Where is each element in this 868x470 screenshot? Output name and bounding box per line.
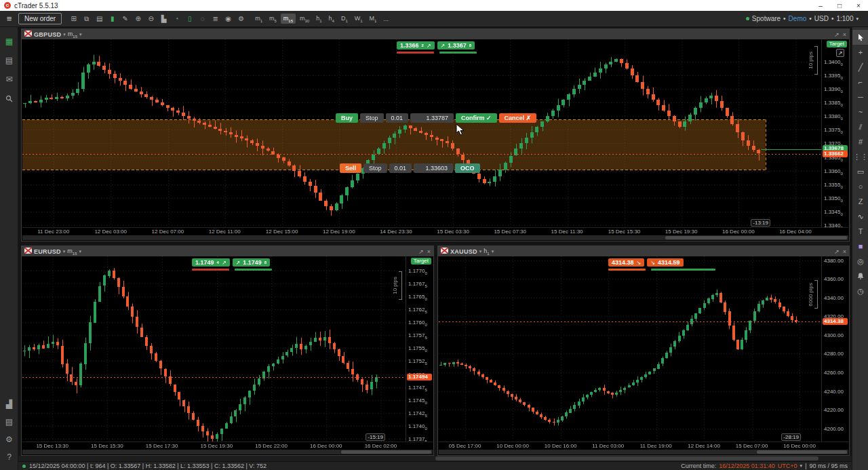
timeframe-button-m1[interactable]: m1	[252, 14, 265, 24]
depth-of-market-icon[interactable]: ▮	[106, 15, 118, 23]
buy-order-type-label[interactable]: Stop	[360, 113, 384, 123]
trade-panel-icon[interactable]: ▤	[0, 52, 18, 69]
cancel-button[interactable]: Cancel ✗	[499, 113, 537, 123]
rectangle-tool[interactable]: ▭	[852, 164, 868, 179]
candle-pattern-icon[interactable]: ▯	[184, 15, 195, 23]
scrollbar-thumb[interactable]	[435, 456, 818, 461]
chart-scrollbar[interactable]	[439, 450, 848, 454]
chart-timeframe-selector[interactable]: m15	[67, 248, 77, 256]
close-button[interactable]: ×	[849, 2, 868, 9]
candlestick-canvas[interactable]	[22, 256, 406, 442]
timeframe-button-h1[interactable]: h1	[313, 14, 324, 24]
chart-scrollbar[interactable]	[22, 450, 433, 454]
find-symbols-icon[interactable]	[0, 90, 18, 107]
time-axis[interactable]: 05 Dec 17:0010 Dec 00:0010 Dec 16:0011 D…	[439, 442, 848, 449]
close-panel-icon[interactable]: ×	[427, 248, 431, 255]
channel-tool[interactable]: ⫽	[852, 119, 868, 134]
settings-gear-icon[interactable]: ⚙	[0, 431, 18, 448]
ray-line-tool[interactable]: ⌐	[852, 75, 868, 90]
fibonacci-tool[interactable]: #	[852, 134, 868, 149]
workspace-horizontal-scrollbar[interactable]	[18, 456, 852, 461]
zoom-in-icon[interactable]: ⊕	[132, 15, 144, 23]
popout-panel-icon[interactable]: ↗	[834, 31, 840, 38]
price-chart[interactable]: 1.340001.339501.339001.338501.338001.337…	[22, 39, 848, 227]
sell-volume-input[interactable]: 0.01	[389, 163, 412, 173]
bid-price-chip[interactable]: 1.33662↗	[397, 41, 435, 50]
timeframe-button-M1[interactable]: M1	[367, 14, 380, 24]
zoom-out-icon[interactable]: ⊖	[145, 15, 157, 23]
freehand-draw-tool[interactable]: ~	[852, 104, 868, 119]
time-axis[interactable]: 15 Dec 13:3015 Dec 15:3015 Dec 17:3015 D…	[22, 442, 433, 449]
layers-icon[interactable]: ≣	[210, 15, 221, 23]
journal-icon[interactable]: ▤	[0, 413, 18, 431]
object-search-icon[interactable]: ◎	[852, 254, 868, 269]
time-axis[interactable]: 11 Dec 23:0012 Dec 03:0012 Dec 07:0012 D…	[22, 227, 848, 235]
grid-dots-tool[interactable]: ⋮⋮	[852, 149, 868, 164]
symbol-selector[interactable]: EURUSD	[34, 248, 61, 255]
sell-button[interactable]: Sell	[340, 163, 361, 173]
candlestick-canvas[interactable]	[439, 256, 821, 442]
price-chart[interactable]: 4380.004360.004340.004320.004300.004280.…	[439, 256, 848, 442]
price-chart[interactable]: 1.177001.176751.176501.176251.176001.175…	[22, 256, 433, 442]
popout-target-icon[interactable]: ↗	[836, 49, 844, 57]
popout-panel-icon[interactable]: ↗	[834, 248, 840, 255]
maximize-button[interactable]: □	[830, 2, 849, 9]
symbol-selector[interactable]: XAUUSD	[450, 248, 477, 255]
chart-scrollbar-thumb[interactable]	[341, 450, 431, 454]
confirm-button[interactable]: Confirm ✓	[456, 113, 497, 123]
timezone-selector[interactable]: UTC+0	[778, 463, 797, 469]
new-order-button[interactable]: New order	[18, 13, 62, 24]
sell-price-input[interactable]: 1.33603	[414, 163, 453, 173]
crosshair-eye-icon[interactable]: ◉	[222, 15, 234, 23]
chart-timeframe-selector[interactable]: m15	[68, 31, 77, 39]
mail-icon[interactable]: ✉	[0, 71, 18, 88]
new-chart-icon[interactable]: ⊞	[68, 15, 79, 23]
ellipse-tool[interactable]: ○	[852, 179, 868, 194]
account-selector[interactable]: Spotware • Demo • USD • 1:100 ▾	[746, 15, 859, 22]
timeframe-button-m15[interactable]: m15	[281, 14, 296, 24]
color-swatch[interactable]: ■	[852, 239, 868, 254]
minimize-button[interactable]: –	[811, 2, 830, 9]
market-stats-icon[interactable]: ▟	[0, 395, 18, 413]
candlestick-canvas[interactable]	[22, 39, 821, 227]
chart-templates-icon[interactable]: ⧉	[81, 15, 92, 23]
indicator-tool[interactable]: ∿	[852, 209, 868, 224]
chart-scrollbar-thumb[interactable]	[665, 236, 847, 239]
layout-columns-icon[interactable]: ▤	[94, 15, 105, 23]
help-icon[interactable]: ?	[0, 448, 18, 466]
popout-panel-icon[interactable]: ↗	[418, 248, 424, 255]
timeframe-button-m30[interactable]: m30	[297, 14, 312, 24]
chart-timeframe-selector[interactable]: h1	[484, 248, 489, 256]
oco-button[interactable]: OCO	[455, 163, 480, 173]
pattern-tool[interactable]: Z	[852, 194, 868, 209]
symbol-selector[interactable]: GBPUSD	[34, 31, 61, 38]
close-panel-icon[interactable]: ×	[843, 248, 846, 255]
drawing-tools-icon[interactable]: ◌	[197, 15, 208, 23]
hamburger-menu-icon[interactable]: ≡	[0, 14, 18, 24]
horizontal-line-tool[interactable]: ─	[852, 90, 868, 104]
buy-volume-input[interactable]: 0.01	[386, 113, 409, 123]
text-tool[interactable]: T	[852, 224, 868, 239]
price-axis[interactable]: 1.177001.176751.176501.176251.176001.175…	[406, 256, 433, 442]
chart-shots-icon[interactable]: ✎	[119, 15, 131, 23]
trend-line-tool[interactable]: ╱	[852, 60, 868, 75]
more-timeframes-button[interactable]: ...	[380, 14, 391, 24]
timeframe-button-m5[interactable]: m5	[267, 14, 279, 24]
chart-scrollbar[interactable]	[22, 235, 848, 240]
ask-price-chip[interactable]: ↗1.17498	[233, 258, 271, 267]
market-sessions-icon[interactable]: ◔	[171, 15, 182, 23]
sell-order-type-label[interactable]: Stop	[363, 163, 387, 173]
buy-button[interactable]: Buy	[336, 113, 358, 123]
chart-settings-icon[interactable]: ⚙	[235, 15, 247, 23]
chart-scrollbar-thumb[interactable]	[757, 450, 847, 454]
ask-price-chip[interactable]: ↘4314.59	[647, 258, 683, 267]
crosshair-tool[interactable]: +	[852, 45, 868, 60]
bid-price-chip[interactable]: 4314.38↘	[608, 258, 644, 267]
pointer-tool[interactable]	[852, 30, 868, 45]
buy-price-input[interactable]: 1.33787	[410, 113, 454, 123]
timeframe-button-h4[interactable]: h4	[326, 14, 337, 24]
watchlist-panel-icon[interactable]: ▦	[0, 33, 18, 50]
alerts-bell-icon[interactable]	[852, 269, 868, 283]
timeframe-button-W1[interactable]: W1	[352, 14, 366, 24]
bid-price-chip[interactable]: 1.17494↗	[192, 258, 230, 267]
